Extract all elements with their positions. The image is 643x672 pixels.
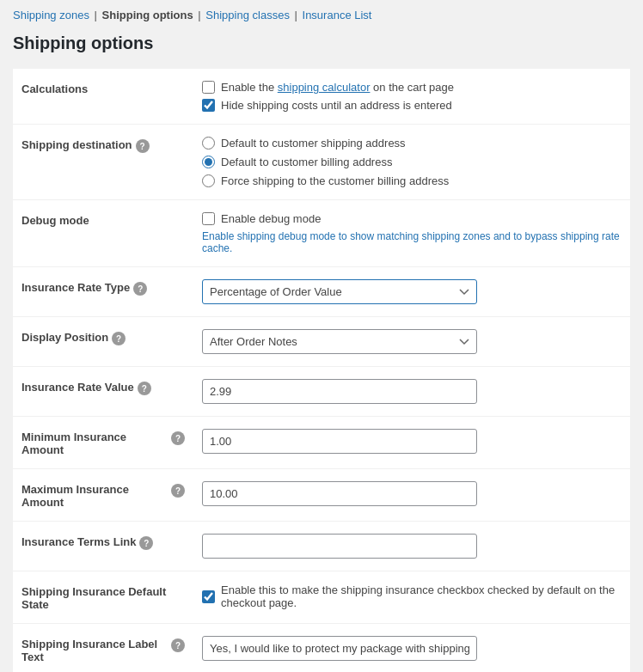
insurance-rate-type-label: Insurance Rate Type ?	[13, 267, 193, 317]
hide-shipping-label[interactable]: Hide shipping costs until an address is …	[221, 99, 452, 112]
page-title: Shipping options	[13, 34, 630, 53]
shipping-destination-row: Shipping destination ? Default to custom…	[13, 125, 630, 200]
dest-shipping-row: Default to customer shipping address	[202, 137, 622, 150]
minimum-insurance-input[interactable]	[202, 429, 477, 454]
debug-checkbox-row: Enable debug mode	[202, 212, 622, 225]
insurance-label-text-control	[193, 624, 630, 673]
breadcrumb-shipping-zones[interactable]: Shipping zones	[13, 9, 89, 21]
settings-table: Calculations Enable the shipping calcula…	[13, 69, 630, 672]
insurance-rate-type-control: Percentage of Order Value Fixed Amount	[193, 267, 630, 317]
maximum-insurance-label: Maximum Insurance Amount ?	[13, 469, 193, 522]
hide-shipping-checkbox[interactable]	[202, 99, 215, 112]
dest-billing-radio[interactable]	[202, 156, 215, 168]
insurance-rate-type-select[interactable]: Percentage of Order Value Fixed Amount	[202, 279, 477, 304]
maximum-insurance-control	[193, 469, 630, 522]
minimum-insurance-control	[193, 417, 630, 469]
dest-billing-row: Default to customer billing address	[202, 156, 622, 168]
debug-mode-controls: Enable debug mode Enable shipping debug …	[193, 200, 630, 267]
debug-mode-row: Debug mode Enable debug mode Enable ship…	[13, 200, 630, 267]
calc-shipping-label[interactable]: Enable the shipping calculator on the ca…	[221, 81, 454, 94]
insurance-default-checkbox[interactable]	[202, 590, 215, 603]
insurance-rate-value-row: Insurance Rate Value ?	[13, 367, 630, 417]
debug-mode-label: Debug mode	[13, 200, 193, 267]
insurance-terms-control	[193, 522, 630, 571]
shipping-destination-label: Shipping destination ?	[13, 125, 193, 200]
display-position-control: After Order Notes Before Order Notes	[193, 317, 630, 367]
insurance-rate-type-help-icon[interactable]: ?	[133, 282, 147, 296]
breadcrumb-sep-3: |	[295, 9, 297, 21]
insurance-rate-value-input[interactable]	[202, 379, 477, 404]
display-position-row: Display Position ? After Order Notes Bef…	[13, 317, 630, 367]
shipping-destination-controls: Default to customer shipping address Def…	[193, 125, 630, 200]
maximum-insurance-row: Maximum Insurance Amount ?	[13, 469, 630, 522]
dest-billing-only-row: Force shipping to the customer billing a…	[202, 174, 622, 187]
insurance-rate-value-help-icon[interactable]: ?	[138, 382, 151, 395]
insurance-terms-label: Insurance Terms Link ?	[13, 522, 193, 571]
insurance-default-state-control: Enable this to make the shipping insuran…	[193, 571, 630, 624]
insurance-default-state-row: Shipping Insurance Default State Enable …	[13, 571, 630, 624]
insurance-default-checkbox-label[interactable]: Enable this to make the shipping insuran…	[221, 583, 622, 609]
calc-shipping-link[interactable]: shipping calculator	[278, 81, 370, 94]
breadcrumb-sep-1: |	[95, 9, 101, 21]
calc-shipping-row: Enable the shipping calculator on the ca…	[202, 81, 622, 94]
insurance-rate-value-label: Insurance Rate Value ?	[13, 367, 193, 417]
insurance-label-text-help-icon[interactable]: ?	[171, 638, 185, 652]
minimum-insurance-help-icon[interactable]: ?	[171, 431, 185, 445]
insurance-terms-input[interactable]	[202, 534, 477, 559]
insurance-rate-type-row: Insurance Rate Type ? Percentage of Orde…	[13, 267, 630, 317]
hide-shipping-row: Hide shipping costs until an address is …	[202, 99, 622, 112]
insurance-terms-help-icon[interactable]: ?	[139, 536, 153, 550]
debug-help-text: Enable shipping debug mode to show match…	[202, 230, 622, 254]
breadcrumb-shipping-options: Shipping options	[102, 9, 193, 21]
calculations-row: Calculations Enable the shipping calcula…	[13, 69, 630, 125]
insurance-default-state-label: Shipping Insurance Default State	[13, 571, 193, 624]
dest-billing-only-label[interactable]: Force shipping to the customer billing a…	[221, 174, 449, 187]
insurance-terms-row: Insurance Terms Link ?	[13, 522, 630, 571]
dest-billing-only-radio[interactable]	[202, 174, 215, 187]
dest-billing-label[interactable]: Default to customer billing address	[221, 156, 392, 168]
insurance-default-checkbox-row: Enable this to make the shipping insuran…	[202, 583, 622, 609]
minimum-insurance-label: Minimum Insurance Amount ?	[13, 417, 193, 469]
shipping-destination-help-icon[interactable]: ?	[136, 139, 150, 153]
insurance-label-text-row: Shipping Insurance Label Text ?	[13, 624, 630, 673]
display-position-label: Display Position ?	[13, 317, 193, 367]
insurance-rate-value-control	[193, 367, 630, 417]
maximum-insurance-input[interactable]	[202, 481, 477, 506]
calculations-label: Calculations	[13, 69, 193, 125]
insurance-label-text-label: Shipping Insurance Label Text ?	[13, 624, 193, 673]
maximum-insurance-help-icon[interactable]: ?	[171, 484, 185, 498]
insurance-label-text-input[interactable]	[202, 636, 477, 661]
breadcrumb-shipping-classes[interactable]: Shipping classes	[205, 9, 290, 21]
breadcrumb-insurance-list[interactable]: Insurance List	[303, 9, 372, 21]
minimum-insurance-row: Minimum Insurance Amount ?	[13, 417, 630, 469]
breadcrumb: Shipping zones | Shipping options | Ship…	[13, 9, 630, 21]
display-position-select[interactable]: After Order Notes Before Order Notes	[202, 329, 477, 354]
breadcrumb-sep-2: |	[198, 9, 200, 21]
dest-shipping-radio[interactable]	[202, 137, 215, 150]
debug-mode-checkbox-label[interactable]: Enable debug mode	[221, 212, 321, 225]
display-position-help-icon[interactable]: ?	[112, 332, 126, 345]
dest-shipping-label[interactable]: Default to customer shipping address	[221, 137, 406, 150]
debug-mode-checkbox[interactable]	[202, 212, 215, 225]
calculations-controls: Enable the shipping calculator on the ca…	[193, 69, 630, 125]
calc-shipping-checkbox[interactable]	[202, 81, 215, 94]
